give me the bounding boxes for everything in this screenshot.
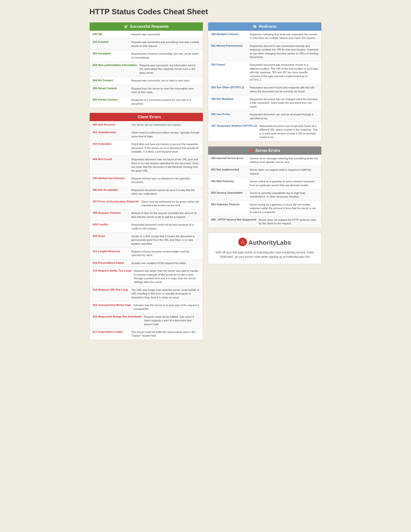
authority-a-icon: 🅐 bbox=[238, 238, 247, 248]
server-errors-section: Server Errors 500 Internal Server ErrorG… bbox=[208, 146, 322, 228]
table-row: 202 AcceptedRequest was received success… bbox=[90, 50, 203, 62]
status-desc: Amount of time for the request exceeded … bbox=[131, 211, 200, 219]
status-code: 415 Unsupported Media Type bbox=[93, 304, 133, 311]
client-errors-title: Client Errors bbox=[138, 115, 161, 119]
status-code: 303 See Other (HTTP/1.1) bbox=[211, 86, 250, 93]
status-code: 504 Gateway Timeout bbox=[211, 203, 250, 214]
status-desc: Requested document was moved permanently… bbox=[250, 44, 318, 59]
status-desc: Generic error message meaning that somet… bbox=[250, 157, 318, 164]
authority-logo: 🅐 AuthorityLabs bbox=[213, 238, 317, 248]
server-errors-body: 500 Internal Server ErrorGeneric error m… bbox=[208, 155, 321, 228]
status-code: 305 Use Proxy bbox=[211, 113, 250, 120]
status-desc: Request was successful, but information … bbox=[140, 64, 200, 75]
status-desc: Response to a successful request for onl… bbox=[131, 98, 200, 106]
page-title: HTTP Status Codes Cheat Sheet bbox=[89, 7, 322, 16]
status-desc: Request was larger than the server was a… bbox=[134, 269, 200, 284]
status-desc: Requested document found and responds wi… bbox=[250, 86, 318, 93]
status-desc: The URL was longer than what the server … bbox=[131, 288, 200, 299]
client-errors-body: 400 Bad RequestThe server did not unders… bbox=[90, 121, 203, 340]
successful-body: 200 OKRequest was successful.201 Created… bbox=[90, 31, 203, 108]
table-row: 410 GoneSimilar to a 404, except that it… bbox=[90, 233, 203, 248]
table-row: 405 Method Not AllowedRequest method was… bbox=[90, 175, 203, 186]
status-code: 409 Conflict bbox=[93, 223, 131, 230]
table-row: 417 Expectation FailedThe server could n… bbox=[90, 328, 203, 340]
redirect-icon bbox=[253, 24, 257, 29]
status-code: 302 Found bbox=[211, 63, 250, 82]
table-row: 503 Service UnavailableServer is current… bbox=[208, 189, 321, 201]
server-errors-header: Server Errors bbox=[208, 147, 321, 155]
status-desc: Client does not have permission to acces… bbox=[131, 142, 200, 153]
table-row: 413 Request Entity Too LargeRequest was … bbox=[90, 267, 203, 286]
right-column: Redirects 300 Multiple ChoicesResponse i… bbox=[208, 22, 322, 264]
status-code: 300 Multiple Choices bbox=[211, 33, 250, 40]
status-code: 416 Requested Range Not Satisfiable bbox=[93, 315, 144, 326]
status-code: 407 Proxy Authentication Required bbox=[93, 200, 141, 208]
status-desc: Requested document could not be sent bec… bbox=[131, 223, 200, 230]
status-code: 307 Temporary Redirect (HTTP/1.1) bbox=[211, 124, 259, 139]
table-row: 302 FoundRequested document was temporar… bbox=[208, 61, 321, 84]
status-desc: Request was successful and something new… bbox=[131, 40, 200, 48]
status-code: 408 Request Timeout bbox=[93, 211, 131, 219]
status-desc: Server does not support what is required… bbox=[250, 168, 318, 176]
status-code: 202 Accepted bbox=[93, 52, 131, 59]
status-code: 414 Request URI Too Long bbox=[93, 288, 131, 299]
successful-section: Successful Requests 200 OKRequest was su… bbox=[89, 22, 203, 108]
table-row: 505 - HTTP Version Not SupportedServer d… bbox=[208, 216, 321, 228]
status-desc: Requested document has not changed since… bbox=[250, 97, 318, 109]
table-row: 201 CreatedRequest was successful and so… bbox=[90, 38, 203, 50]
status-desc: Server is currently unavailable due to h… bbox=[250, 191, 318, 199]
status-desc: The server could not fulfill the require… bbox=[131, 330, 200, 338]
table-row: 203 Non-authoritative InformationRequest… bbox=[90, 62, 203, 77]
status-desc: Requested document was temporarily moved… bbox=[250, 63, 318, 82]
table-row: 408 Request TimeoutAmount of time for th… bbox=[90, 209, 203, 221]
main-columns: Successful Requests 200 OKRequest was su… bbox=[89, 22, 322, 340]
status-code: 304 Not Modified bbox=[211, 97, 250, 109]
status-desc: Request was received successfully, but m… bbox=[131, 52, 200, 59]
status-code: 405 Method Not Allowed bbox=[93, 177, 131, 184]
table-row: 301 Moved PermanentlyRequested document … bbox=[208, 42, 321, 61]
table-row: 412 Precondition FailedAt least one cond… bbox=[90, 259, 203, 267]
status-desc: Server does not support the HTTP protoco… bbox=[259, 218, 318, 226]
status-code: 206 Partial Content bbox=[93, 98, 131, 106]
status-desc: Indicates that the format of at least pa… bbox=[133, 304, 200, 311]
status-desc: Requested document can temporarily found… bbox=[259, 124, 318, 139]
status-code: 503 Service Unavailable bbox=[211, 191, 250, 199]
status-code: 505 - HTTP Version Not Supported bbox=[211, 218, 259, 226]
table-row: 404 Not FoundRequested document was not … bbox=[90, 156, 203, 175]
table-row: 304 Not ModifiedRequested document has n… bbox=[208, 95, 321, 111]
status-code: 203 Non-authoritative Information bbox=[93, 64, 140, 75]
status-desc: Server acting as a gateway or proxy did … bbox=[250, 203, 318, 214]
table-row: 416 Requested Range Not SatisfiableReque… bbox=[90, 313, 203, 328]
successful-header: Successful Requests bbox=[90, 22, 203, 31]
table-row: 415 Unsupported Media TypeIndicates that… bbox=[90, 302, 203, 313]
status-code: 411 Length Required bbox=[93, 250, 131, 257]
status-desc: Response indicating that what was reques… bbox=[250, 33, 318, 40]
status-desc: Request from the server to reset the inf… bbox=[131, 87, 200, 94]
successful-title: Successful Requests bbox=[130, 24, 169, 29]
client-errors-header: Client Errors bbox=[90, 113, 203, 121]
status-code: 502 Bad Gateway bbox=[211, 180, 250, 187]
status-code: 403 Forbidden bbox=[93, 142, 131, 153]
status-code: 501 Not Implemented bbox=[211, 168, 250, 176]
authority-promo-text: 50% off your first paid month of Authori… bbox=[213, 250, 317, 259]
table-row: 400 Bad RequestThe server did not unders… bbox=[90, 121, 203, 129]
redirects-body: 300 Multiple ChoicesResponse indicating … bbox=[208, 31, 321, 141]
table-row: 500 Internal Server ErrorGeneric error m… bbox=[208, 155, 321, 166]
status-code: 417 Expectation Failed bbox=[93, 330, 131, 338]
status-desc: Request refused because content length m… bbox=[131, 250, 200, 257]
status-code: 401 Unauthorized bbox=[93, 131, 131, 138]
check-icon bbox=[124, 24, 128, 29]
status-desc: Server acting as a gateway or proxy rece… bbox=[250, 180, 318, 187]
status-code: 201 Created bbox=[93, 40, 131, 48]
table-row: 307 Temporary Redirect (HTTP/1.1)Request… bbox=[208, 122, 321, 141]
status-code: 406 Not Acceptable bbox=[93, 188, 131, 196]
table-row: 305 Use ProxyRequested document can only… bbox=[208, 111, 321, 122]
status-desc: Similar to a 404, except that it means t… bbox=[131, 235, 200, 246]
status-desc: Client must be authorized by the proxy b… bbox=[141, 200, 200, 208]
status-code: 412 Precondition Failed bbox=[93, 261, 131, 265]
minus-icon bbox=[131, 115, 136, 119]
status-desc: Request was successful, but no data is s… bbox=[131, 79, 200, 83]
authority-labs-section: 🅐 AuthorityLabs 50% off your first paid … bbox=[208, 233, 322, 264]
table-row: 411 Length RequiredRequest refused becau… bbox=[90, 248, 203, 259]
table-row: 414 Request URI Too LongThe URL was long… bbox=[90, 286, 203, 302]
